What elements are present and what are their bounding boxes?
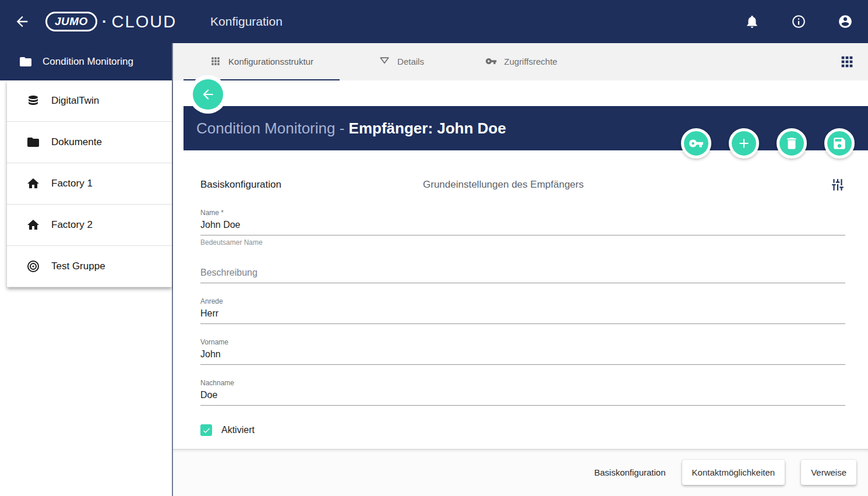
topbar: JUMO · CLOUD Konfiguration [0,0,868,43]
tab-label: Details [397,57,424,66]
tabbar: Konfigurationsstruktur Details Zugriffsr… [173,43,868,80]
footer-stepper: Basiskonfiguration Kontaktmöglichkeiten … [173,449,868,496]
section-subtitle: Grundeinstellungen des Empfängers [423,179,830,191]
account-icon[interactable] [838,14,853,29]
save-floppy-icon [832,136,847,151]
sidebar-item-factory-2[interactable]: Factory 2 [7,205,172,246]
jumo-logo: JUMO [45,12,97,31]
sidebar-item-label: Factory 2 [51,219,93,231]
home-icon [26,177,40,191]
delete-button[interactable] [777,128,807,159]
name-field: Name * Bedeutsamer Name [200,209,845,247]
add-button[interactable] [729,128,759,159]
cloud-logo: CLOUD [112,12,177,31]
tab-konfigurationsstruktur[interactable]: Konfigurationsstruktur [184,43,340,80]
key-icon [485,55,497,67]
lastname-field: Nachname [200,379,845,406]
firstname-field: Vorname [200,338,845,365]
database-icon [26,94,40,108]
salutation-label: Anrede [200,297,845,305]
firstname-input[interactable] [200,348,845,365]
section-title: Basiskonfiguration [200,179,423,191]
sidebar-item-label: Dokumente [51,136,102,148]
sidebar-header-label: Condition Monitoring [43,56,133,68]
salutation-input[interactable] [200,307,845,324]
grid-icon [210,55,221,67]
kontaktmoeglichkeiten-button[interactable]: Kontaktmöglichkeiten [682,460,785,485]
logo-separator: · [102,13,107,31]
tab-label: Konfigurationsstruktur [228,57,313,66]
sidebar-item-digitaltwin[interactable]: DigitalTwin [7,80,172,122]
step-basiskonfiguration[interactable]: Basiskonfiguration [594,467,666,477]
arrow-left-icon [200,87,216,102]
checkbox-checked-icon [200,424,212,436]
home-icon [26,218,40,232]
filter-icon [379,55,390,67]
name-hint: Bedeutsamer Name [200,238,845,247]
aktiviert-checkbox[interactable]: Aktiviert [200,424,845,436]
tab-label: Zugriffsrechte [504,57,557,66]
sidebar-item-factory-1[interactable]: Factory 1 [7,163,172,205]
section-row: Basiskonfiguration Grundeinstellungen de… [200,177,845,192]
sidebar-item-label: Factory 1 [51,178,93,189]
notifications-bell-icon[interactable] [744,14,760,29]
page-title: Konfiguration [210,15,283,29]
app-window: JUMO · CLOUD Konfiguration Condition M [0,0,868,496]
description-input[interactable] [200,266,845,283]
lastname-label: Nachname [200,379,845,387]
sidebar-item-dokumente[interactable]: Dokumente [7,122,172,163]
save-button[interactable] [824,128,855,159]
verweise-button[interactable]: Verweise [801,460,856,485]
basiskonfiguration-form: Basiskonfiguration Grundeinstellungen de… [173,177,868,436]
back-fab-button[interactable] [193,79,223,110]
logo: JUMO · CLOUD [45,12,177,31]
access-rights-button[interactable] [681,128,711,159]
checkbox-label: Aktiviert [221,425,255,435]
name-label: Name * [200,209,845,217]
sidebar-item-test-gruppe[interactable]: Test Gruppe [7,246,172,287]
sidebar-list: DigitalTwin Dokumente Factory 1 [7,80,172,287]
tab-zugriffsrechte[interactable]: Zugriffsrechte [463,43,580,80]
tab-details[interactable]: Details [340,43,463,80]
grid-view-icon[interactable] [839,54,855,70]
lastname-input[interactable] [200,389,845,406]
name-input[interactable] [200,219,845,235]
topbar-back-icon[interactable] [14,13,30,30]
trash-icon [784,136,799,151]
target-icon [26,259,40,273]
folder-icon [19,55,33,69]
detail-title-prefix: Condition Monitoring - [196,119,349,137]
content: Condition Monitoring - Empfänger: John D… [173,80,868,449]
plus-icon [736,136,751,151]
salutation-field: Anrede [200,297,845,324]
main-area: Konfigurationsstruktur Details Zugriffsr… [173,43,868,496]
action-fab-row [681,128,855,159]
info-icon[interactable] [791,14,806,29]
sidebar-header-condition-monitoring[interactable]: Condition Monitoring [0,43,172,80]
description-field [200,266,845,283]
topbar-actions [744,14,853,29]
key-icon [689,136,704,151]
sidebar: Condition Monitoring DigitalTwin Dokumen… [0,43,173,496]
detail-title-highlight: Empfänger: John Doe [349,119,506,137]
detail-title: Condition Monitoring - Empfänger: John D… [196,119,506,138]
tune-sliders-icon[interactable] [830,177,845,192]
folder-icon [26,135,40,149]
firstname-label: Vorname [200,338,845,346]
sidebar-item-label: DigitalTwin [51,95,99,107]
sidebar-item-label: Test Gruppe [51,261,105,272]
